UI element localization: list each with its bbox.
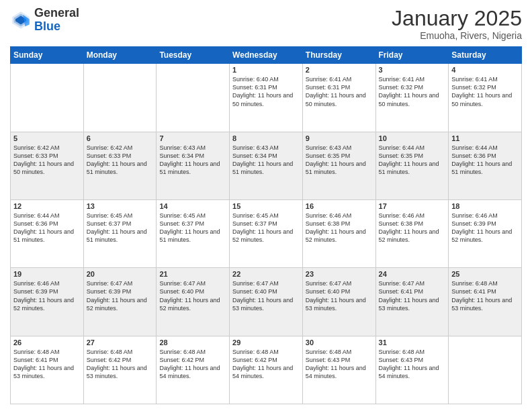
calendar-cell: 28Sunrise: 6:48 AMSunset: 6:42 PMDayligh… xyxy=(157,336,230,404)
calendar-week-row: 1Sunrise: 6:40 AMSunset: 6:31 PMDaylight… xyxy=(11,64,522,132)
calendar-cell: 9Sunrise: 6:43 AMSunset: 6:35 PMDaylight… xyxy=(302,132,375,199)
page: General Blue January 2025 Emuoha, Rivers… xyxy=(0,0,532,411)
calendar-cell xyxy=(449,336,522,404)
day-number: 14 xyxy=(159,202,226,210)
calendar-cell: 20Sunrise: 6:47 AMSunset: 6:39 PMDayligh… xyxy=(83,268,157,336)
day-info: Sunrise: 6:45 AMSunset: 6:37 PMDaylight:… xyxy=(232,212,300,244)
day-info: Sunrise: 6:48 AMSunset: 6:42 PMDaylight:… xyxy=(87,348,154,381)
day-number: 26 xyxy=(13,338,81,347)
day-number: 23 xyxy=(306,270,373,278)
calendar-cell: 2Sunrise: 6:41 AMSunset: 6:31 PMDaylight… xyxy=(302,64,375,132)
calendar-cell: 24Sunrise: 6:47 AMSunset: 6:41 PMDayligh… xyxy=(375,268,449,336)
calendar-cell: 8Sunrise: 6:43 AMSunset: 6:34 PMDaylight… xyxy=(230,132,303,199)
day-number: 7 xyxy=(159,134,226,142)
day-info: Sunrise: 6:48 AMSunset: 6:41 PMDaylight:… xyxy=(13,348,81,381)
day-number: 6 xyxy=(87,134,154,142)
day-number: 3 xyxy=(379,66,446,74)
calendar-cell: 30Sunrise: 6:48 AMSunset: 6:43 PMDayligh… xyxy=(302,336,375,404)
day-info: Sunrise: 6:43 AMSunset: 6:34 PMDaylight:… xyxy=(159,144,226,177)
calendar-cell: 15Sunrise: 6:45 AMSunset: 6:37 PMDayligh… xyxy=(230,199,303,267)
day-info: Sunrise: 6:48 AMSunset: 6:43 PMDaylight:… xyxy=(379,348,446,381)
calendar-cell: 22Sunrise: 6:47 AMSunset: 6:40 PMDayligh… xyxy=(230,268,303,336)
day-number: 4 xyxy=(451,66,519,74)
day-info: Sunrise: 6:44 AMSunset: 6:36 PMDaylight:… xyxy=(13,212,81,244)
calendar-header-wednesday: Wednesday xyxy=(230,47,303,64)
calendar-cell: 18Sunrise: 6:46 AMSunset: 6:39 PMDayligh… xyxy=(449,199,522,267)
day-info: Sunrise: 6:47 AMSunset: 6:40 PMDaylight:… xyxy=(306,279,373,312)
day-info: Sunrise: 6:43 AMSunset: 6:35 PMDaylight:… xyxy=(306,144,373,177)
logo-text: General Blue xyxy=(34,7,79,34)
day-info: Sunrise: 6:44 AMSunset: 6:36 PMDaylight:… xyxy=(451,144,519,177)
day-info: Sunrise: 6:46 AMSunset: 6:38 PMDaylight:… xyxy=(379,212,446,244)
day-number: 1 xyxy=(232,66,300,74)
day-info: Sunrise: 6:43 AMSunset: 6:34 PMDaylight:… xyxy=(232,144,300,177)
day-info: Sunrise: 6:46 AMSunset: 6:39 PMDaylight:… xyxy=(451,212,519,244)
day-info: Sunrise: 6:48 AMSunset: 6:42 PMDaylight:… xyxy=(159,348,226,381)
day-info: Sunrise: 6:48 AMSunset: 6:43 PMDaylight:… xyxy=(306,348,373,381)
day-number: 10 xyxy=(379,134,446,142)
calendar-week-row: 5Sunrise: 6:42 AMSunset: 6:33 PMDaylight… xyxy=(11,132,522,199)
day-info: Sunrise: 6:47 AMSunset: 6:40 PMDaylight:… xyxy=(159,279,226,312)
day-info: Sunrise: 6:42 AMSunset: 6:33 PMDaylight:… xyxy=(87,144,154,177)
calendar-cell: 17Sunrise: 6:46 AMSunset: 6:38 PMDayligh… xyxy=(375,199,449,267)
day-number: 31 xyxy=(379,338,446,347)
calendar-cell: 12Sunrise: 6:44 AMSunset: 6:36 PMDayligh… xyxy=(11,199,84,267)
calendar-cell xyxy=(83,64,157,132)
day-info: Sunrise: 6:48 AMSunset: 6:42 PMDaylight:… xyxy=(232,348,300,381)
day-number: 12 xyxy=(13,202,81,210)
day-number: 2 xyxy=(306,66,373,74)
calendar-cell: 19Sunrise: 6:46 AMSunset: 6:39 PMDayligh… xyxy=(11,268,84,336)
header: General Blue January 2025 Emuoha, Rivers… xyxy=(10,7,522,41)
calendar-cell: 3Sunrise: 6:41 AMSunset: 6:32 PMDaylight… xyxy=(375,64,449,132)
day-number: 30 xyxy=(306,338,373,347)
calendar-cell: 5Sunrise: 6:42 AMSunset: 6:33 PMDaylight… xyxy=(11,132,84,199)
day-number: 8 xyxy=(232,134,300,142)
day-info: Sunrise: 6:47 AMSunset: 6:40 PMDaylight:… xyxy=(232,279,300,312)
calendar-cell: 23Sunrise: 6:47 AMSunset: 6:40 PMDayligh… xyxy=(302,268,375,336)
calendar-header-row: SundayMondayTuesdayWednesdayThursdayFrid… xyxy=(11,47,522,64)
logo-icon xyxy=(10,9,32,31)
day-number: 9 xyxy=(306,134,373,142)
day-info: Sunrise: 6:47 AMSunset: 6:39 PMDaylight:… xyxy=(87,279,154,312)
day-info: Sunrise: 6:40 AMSunset: 6:31 PMDaylight:… xyxy=(232,75,300,108)
day-info: Sunrise: 6:41 AMSunset: 6:31 PMDaylight:… xyxy=(306,75,373,108)
day-number: 16 xyxy=(306,202,373,210)
day-info: Sunrise: 6:41 AMSunset: 6:32 PMDaylight:… xyxy=(379,75,446,108)
day-number: 22 xyxy=(232,270,300,278)
day-number: 25 xyxy=(451,270,519,278)
calendar-week-row: 12Sunrise: 6:44 AMSunset: 6:36 PMDayligh… xyxy=(11,199,522,267)
day-info: Sunrise: 6:46 AMSunset: 6:38 PMDaylight:… xyxy=(306,212,373,244)
day-number: 20 xyxy=(87,270,154,278)
day-number: 18 xyxy=(451,202,519,210)
calendar-cell: 6Sunrise: 6:42 AMSunset: 6:33 PMDaylight… xyxy=(83,132,157,199)
calendar-header-sunday: Sunday xyxy=(11,47,84,64)
day-number: 21 xyxy=(159,270,226,278)
calendar-cell: 27Sunrise: 6:48 AMSunset: 6:42 PMDayligh… xyxy=(83,336,157,404)
day-number: 5 xyxy=(13,134,81,142)
title-block: January 2025 Emuoha, Rivers, Nigeria xyxy=(392,7,522,41)
day-number: 15 xyxy=(232,202,300,210)
calendar-cell: 26Sunrise: 6:48 AMSunset: 6:41 PMDayligh… xyxy=(11,336,84,404)
calendar-cell: 7Sunrise: 6:43 AMSunset: 6:34 PMDaylight… xyxy=(157,132,230,199)
day-number: 13 xyxy=(87,202,154,210)
day-number: 28 xyxy=(159,338,226,347)
calendar-header-thursday: Thursday xyxy=(302,47,375,64)
calendar-cell xyxy=(11,64,84,132)
day-number: 29 xyxy=(232,338,300,347)
day-info: Sunrise: 6:41 AMSunset: 6:32 PMDaylight:… xyxy=(451,75,519,108)
calendar-week-row: 19Sunrise: 6:46 AMSunset: 6:39 PMDayligh… xyxy=(11,268,522,336)
day-info: Sunrise: 6:45 AMSunset: 6:37 PMDaylight:… xyxy=(87,212,154,244)
day-info: Sunrise: 6:42 AMSunset: 6:33 PMDaylight:… xyxy=(13,144,81,177)
day-number: 19 xyxy=(13,270,81,278)
calendar-cell: 14Sunrise: 6:45 AMSunset: 6:37 PMDayligh… xyxy=(157,199,230,267)
day-number: 17 xyxy=(379,202,446,210)
calendar-cell: 11Sunrise: 6:44 AMSunset: 6:36 PMDayligh… xyxy=(449,132,522,199)
day-info: Sunrise: 6:44 AMSunset: 6:35 PMDaylight:… xyxy=(379,144,446,177)
calendar-cell: 16Sunrise: 6:46 AMSunset: 6:38 PMDayligh… xyxy=(302,199,375,267)
day-number: 11 xyxy=(451,134,519,142)
calendar-cell: 31Sunrise: 6:48 AMSunset: 6:43 PMDayligh… xyxy=(375,336,449,404)
main-title: January 2025 xyxy=(392,7,522,30)
calendar-cell: 10Sunrise: 6:44 AMSunset: 6:35 PMDayligh… xyxy=(375,132,449,199)
calendar-cell xyxy=(157,64,230,132)
day-info: Sunrise: 6:46 AMSunset: 6:39 PMDaylight:… xyxy=(13,279,81,312)
